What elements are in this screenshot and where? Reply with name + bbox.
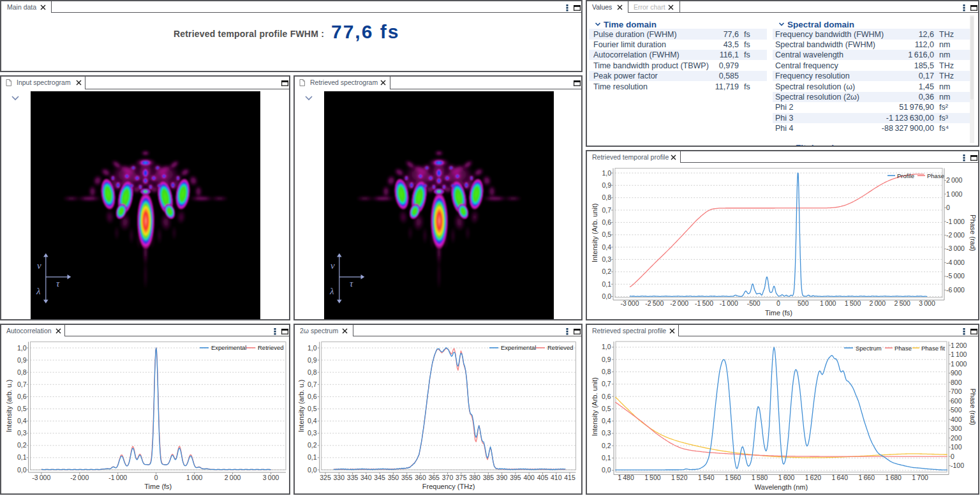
svg-text:Intensity (Arb. unit): Intensity (Arb. unit) [591, 204, 598, 262]
svg-text:1 500: 1 500 [845, 299, 861, 307]
svg-text:-6 000: -6 000 [946, 286, 965, 294]
svg-text:380: 380 [469, 474, 480, 481]
svg-text:600: 600 [951, 397, 962, 405]
svg-text:0,7: 0,7 [602, 206, 611, 214]
svg-text:3 000: 3 000 [263, 474, 279, 481]
svg-text:0,4: 0,4 [308, 417, 317, 425]
svg-text:0,8: 0,8 [308, 368, 317, 376]
svg-text:1 000: 1 000 [951, 360, 967, 368]
svg-text:0,4: 0,4 [602, 417, 611, 425]
svg-text:0: 0 [776, 299, 780, 307]
svg-text:300: 300 [951, 425, 962, 432]
svg-text:0,5: 0,5 [602, 230, 611, 238]
svg-text:0,6: 0,6 [308, 393, 317, 400]
svg-text:0,9: 0,9 [602, 356, 611, 363]
svg-text:0,1: 0,1 [602, 454, 611, 462]
svg-text:350: 350 [388, 474, 399, 481]
svg-text:1 200: 1 200 [951, 342, 967, 349]
svg-text:0: 0 [946, 204, 950, 211]
svg-text:0,0: 0,0 [602, 466, 611, 474]
svg-text:Intensity (arb. u.): Intensity (arb. u.) [5, 380, 13, 433]
svg-text:0,2: 0,2 [308, 441, 317, 449]
svg-text:1 620: 1 620 [805, 474, 822, 481]
svg-text:0,3: 0,3 [308, 429, 317, 437]
svg-text:0,9: 0,9 [17, 356, 27, 364]
svg-text:325: 325 [320, 474, 331, 481]
svg-text:0,8: 0,8 [602, 193, 611, 201]
svg-text:2 000: 2 000 [225, 474, 241, 481]
svg-text:370: 370 [442, 474, 454, 481]
svg-text:-1 000: -1 000 [946, 218, 965, 225]
svg-text:0: 0 [154, 474, 158, 481]
svg-text:Intensity (Arb. unit): Intensity (Arb. unit) [591, 377, 598, 436]
svg-text:335: 335 [347, 474, 359, 481]
svg-text:1,0: 1,0 [602, 343, 611, 350]
svg-text:0,7: 0,7 [602, 380, 611, 387]
svg-text:0,0: 0,0 [602, 292, 611, 300]
svg-text:345: 345 [374, 474, 385, 481]
svg-text:400: 400 [523, 474, 535, 481]
svg-text:1 480: 1 480 [618, 474, 634, 481]
svg-text:Spectrum: Spectrum [856, 345, 882, 352]
svg-text:0,3: 0,3 [17, 429, 27, 437]
svg-text:1 680: 1 680 [885, 474, 902, 481]
svg-text:-4 000: -4 000 [946, 259, 965, 266]
svg-text:0,5: 0,5 [308, 405, 317, 412]
svg-text:0,4: 0,4 [602, 243, 611, 251]
svg-text:410: 410 [551, 474, 562, 481]
svg-text:1 000: 1 000 [186, 474, 203, 481]
svg-text:-3 000: -3 000 [621, 299, 639, 307]
svg-text:0,8: 0,8 [17, 368, 27, 376]
svg-text:1,0: 1,0 [308, 344, 317, 352]
svg-text:Wavelength (nm): Wavelength (nm) [755, 483, 808, 491]
svg-text:1 540: 1 540 [698, 474, 715, 481]
svg-text:Intensity (arb. u.): Intensity (arb. u.) [297, 380, 305, 433]
svg-text:Phase (rad): Phase (rad) [969, 214, 977, 251]
svg-text:-2 000: -2 000 [670, 299, 688, 307]
svg-text:τ: τ [350, 278, 353, 289]
svg-text:0,2: 0,2 [602, 267, 611, 275]
svg-text:-2 500: -2 500 [645, 299, 664, 307]
svg-text:0,7: 0,7 [308, 380, 317, 388]
svg-text:390: 390 [496, 474, 508, 481]
svg-text:365: 365 [428, 474, 440, 481]
svg-text:0,9: 0,9 [602, 181, 611, 189]
svg-text:700: 700 [951, 387, 962, 395]
svg-text:500: 500 [951, 406, 962, 414]
svg-text:0,1: 0,1 [602, 280, 611, 288]
svg-text:0,8: 0,8 [602, 368, 611, 375]
svg-text:Time (fs): Time (fs) [144, 483, 172, 490]
svg-text:1 520: 1 520 [671, 474, 688, 481]
svg-text:Profile: Profile [897, 172, 914, 179]
svg-text:0,5: 0,5 [17, 405, 27, 412]
svg-text:Phase: Phase [895, 345, 912, 352]
svg-text:0,6: 0,6 [17, 393, 27, 400]
svg-text:τ: τ [56, 278, 60, 289]
svg-text:0,5: 0,5 [602, 405, 611, 412]
svg-text:λ: λ [329, 286, 334, 296]
svg-text:385: 385 [483, 474, 494, 481]
svg-text:1 560: 1 560 [725, 474, 741, 481]
svg-text:330: 330 [334, 474, 345, 481]
svg-text:405: 405 [537, 474, 549, 481]
svg-text:0,4: 0,4 [17, 417, 27, 425]
svg-text:-1 500: -1 500 [695, 299, 713, 307]
svg-text:-100: -100 [951, 462, 964, 469]
svg-text:Experimental: Experimental [211, 344, 246, 351]
svg-text:1 660: 1 660 [859, 474, 875, 481]
svg-text:1,0: 1,0 [17, 344, 27, 352]
svg-text:-3 000: -3 000 [32, 474, 50, 481]
svg-text:0,6: 0,6 [602, 393, 611, 400]
svg-text:0,0: 0,0 [308, 466, 317, 474]
svg-text:1 100: 1 100 [951, 350, 967, 358]
svg-text:1,0: 1,0 [602, 169, 611, 177]
svg-text:375: 375 [456, 474, 467, 481]
svg-text:0,1: 0,1 [17, 453, 27, 461]
svg-text:-2 000: -2 000 [70, 474, 89, 481]
svg-text:ν: ν [330, 260, 335, 271]
svg-text:0,1: 0,1 [308, 453, 317, 461]
svg-text:1 500: 1 500 [644, 474, 661, 481]
svg-text:360: 360 [415, 474, 426, 481]
svg-text:-5 000: -5 000 [946, 272, 965, 280]
svg-text:0,2: 0,2 [17, 441, 27, 449]
